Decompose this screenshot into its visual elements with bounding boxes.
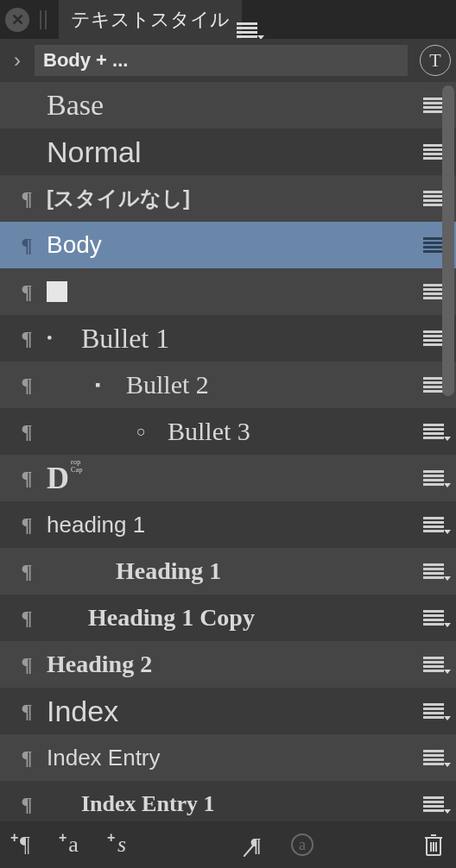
style-row-nostyle[interactable]: ¶[スタイルなし] xyxy=(0,175,456,222)
style-row-indexentry1[interactable]: ¶Index Entry 1 xyxy=(0,781,456,821)
style-label: [スタイルなし] xyxy=(47,185,421,212)
row-options-icon[interactable] xyxy=(423,657,444,672)
style-row-bullet1[interactable]: ¶•Bullet 1 xyxy=(0,315,456,362)
style-row-heading1a[interactable]: ¶heading 1 xyxy=(0,501,456,548)
panel-header: ✕ テキストスタイル xyxy=(0,0,456,39)
style-row-bullet3[interactable]: ¶○Bullet 3 xyxy=(0,408,456,455)
row-options-icon[interactable] xyxy=(423,610,444,626)
style-row-heading2[interactable]: ¶Heading 2 xyxy=(0,641,456,688)
row-options-icon[interactable] xyxy=(423,470,444,486)
style-label: •Bullet 1 xyxy=(47,323,421,355)
style-label: heading 1 xyxy=(47,512,421,538)
drag-handle[interactable] xyxy=(40,9,50,30)
close-icon: ✕ xyxy=(11,12,24,28)
row-options-icon[interactable] xyxy=(423,97,444,113)
paragraph-mark-icon: ¶ xyxy=(14,420,40,443)
paragraph-mark-icon: ¶ xyxy=(14,280,40,304)
style-label: Body xyxy=(47,231,421,259)
style-label: Drop Cap xyxy=(47,460,421,496)
panel-menu-icon[interactable] xyxy=(237,22,257,38)
style-row-indexentry[interactable]: ¶Index Entry xyxy=(0,734,456,781)
paragraph-mark-icon: ¶ xyxy=(14,513,40,537)
svg-text:¶: ¶ xyxy=(250,833,262,856)
chevron-right-icon[interactable]: › xyxy=(0,48,35,72)
bottom-toolbar: + ¶ + a + s ¶ a xyxy=(0,821,456,868)
bullet-icon: • xyxy=(47,329,81,348)
row-options-icon[interactable] xyxy=(423,424,444,439)
bullet-icon: ○ xyxy=(136,423,168,441)
style-label: Heading 2 xyxy=(47,651,421,678)
reset-paragraph-style-icon[interactable]: ¶ xyxy=(244,833,268,857)
row-options-icon[interactable] xyxy=(423,517,444,532)
style-label: Normal xyxy=(47,135,421,169)
reset-character-style-icon: a xyxy=(290,833,314,857)
paragraph-mark-icon: ¶ xyxy=(14,793,40,816)
row-options-icon[interactable] xyxy=(423,144,444,160)
style-label: Heading 1 Copy xyxy=(47,604,421,632)
style-label: Index Entry 1 xyxy=(47,791,421,817)
text-styles-panel: ✕ テキストスタイル › Body + ... T ¶Base¶Normal¶[… xyxy=(0,0,456,868)
style-label: ○Bullet 3 xyxy=(47,417,421,446)
bullet-icon: ▪ xyxy=(95,376,126,394)
paragraph-mark-icon: ¶ xyxy=(14,327,40,350)
scrollbar-thumb[interactable] xyxy=(442,85,454,396)
paragraph-mark-icon: ¶ xyxy=(14,607,40,630)
color-swatch xyxy=(47,281,67,302)
paragraph-mark-icon: ¶ xyxy=(14,187,40,211)
style-row-index[interactable]: ¶Index xyxy=(0,688,456,734)
style-label: Index Entry xyxy=(47,745,421,771)
style-row-normal[interactable]: ¶Normal xyxy=(0,129,456,175)
style-row-heading1copy[interactable]: ¶Heading 1 Copy xyxy=(0,594,456,641)
style-row-bullet2[interactable]: ¶▪Bullet 2 xyxy=(0,362,456,408)
row-options-icon[interactable] xyxy=(423,377,444,393)
styles-list-container: ¶Base¶Normal¶[スタイルなし]¶Body¶¶•Bullet 1¶▪B… xyxy=(0,82,456,821)
row-options-icon[interactable] xyxy=(423,330,444,346)
new-group-button[interactable]: + s xyxy=(109,832,135,858)
style-row-body[interactable]: ¶Body xyxy=(0,222,456,268)
paragraph-mark-icon: ¶ xyxy=(14,234,40,257)
paragraph-mark-icon: ¶ xyxy=(14,746,40,770)
styles-list: ¶Base¶Normal¶[スタイルなし]¶Body¶¶•Bullet 1¶▪B… xyxy=(0,82,456,821)
style-row-swatch[interactable]: ¶ xyxy=(0,268,456,315)
paragraph-mark-icon: ¶ xyxy=(14,374,40,397)
style-label xyxy=(47,281,421,302)
tab-text-styles[interactable]: テキストスタイル xyxy=(59,0,242,39)
style-search-field[interactable]: Body + ... xyxy=(35,45,408,76)
row-options-icon[interactable] xyxy=(423,703,444,719)
row-options-icon[interactable] xyxy=(423,284,444,299)
row-options-icon[interactable] xyxy=(423,237,444,253)
new-paragraph-style-button[interactable]: + ¶ xyxy=(12,832,38,858)
close-button[interactable]: ✕ xyxy=(5,8,29,32)
style-label: Heading 1 xyxy=(47,557,421,585)
search-row: › Body + ... T xyxy=(0,39,456,82)
style-row-base[interactable]: ¶Base xyxy=(0,82,456,129)
style-label: Base xyxy=(47,89,421,122)
style-label: ▪Bullet 2 xyxy=(47,370,421,399)
style-row-heading1b[interactable]: ¶Heading 1 xyxy=(0,548,456,594)
paragraph-mark-icon: ¶ xyxy=(14,467,40,490)
svg-text:a: a xyxy=(299,836,306,853)
row-options-icon[interactable] xyxy=(423,796,444,812)
new-character-style-button[interactable]: + a xyxy=(60,832,86,858)
style-row-dropcap[interactable]: ¶Drop Cap xyxy=(0,455,456,501)
type-mode-icon[interactable]: T xyxy=(420,45,451,76)
row-options-icon[interactable] xyxy=(423,191,444,206)
row-options-icon[interactable] xyxy=(423,563,444,579)
row-options-icon[interactable] xyxy=(423,750,444,765)
paragraph-mark-icon: ¶ xyxy=(14,653,40,676)
style-label: Index xyxy=(47,695,421,728)
paragraph-mark-icon: ¶ xyxy=(14,700,40,723)
paragraph-mark-icon: ¶ xyxy=(14,560,40,583)
delete-style-button[interactable] xyxy=(423,833,444,857)
